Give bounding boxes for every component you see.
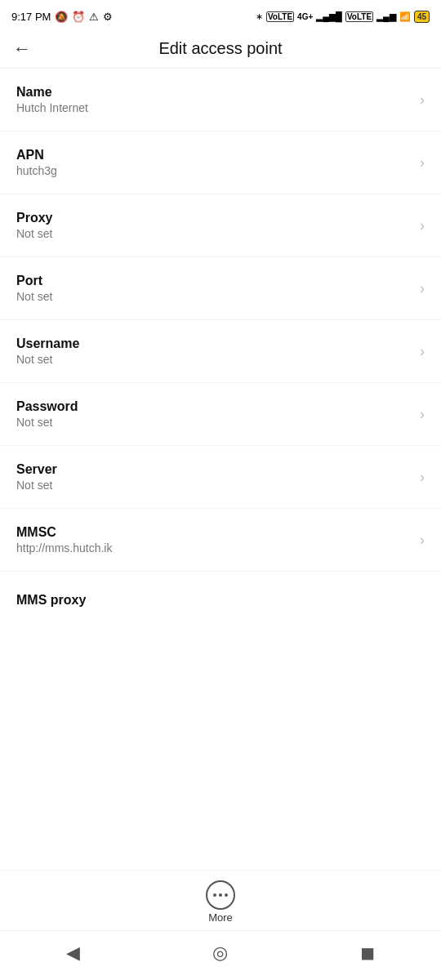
item-content-3: PortNot set (16, 274, 52, 303)
dot2 (219, 893, 222, 897)
alarm-icon: ⏰ (72, 11, 85, 23)
item-label-3: Port (16, 274, 52, 288)
nav-back-button[interactable]: ◀ (50, 939, 96, 967)
item-label-0: Name (16, 85, 88, 100)
more-section[interactable]: More (0, 870, 441, 930)
item-label-2: Proxy (16, 211, 52, 225)
item-content-6: ServerNot set (16, 462, 57, 492)
item-content-4: UsernameNot set (16, 336, 79, 366)
settings-list: NameHutch Internet›APNhutch3g›ProxyNot s… (0, 69, 441, 870)
battery-icon: 45 (414, 11, 430, 23)
item-label-1: APN (16, 148, 57, 163)
item-label-5: Password (16, 399, 78, 414)
settings-item-mmsc[interactable]: MMSChttp://mms.hutch.ik› (0, 509, 441, 572)
item-label-4: Username (16, 336, 79, 351)
item-content-8: MMS proxy (16, 593, 86, 609)
more-dots (213, 893, 228, 897)
item-value-3: Not set (16, 290, 52, 303)
wifi-icon: 📶 (399, 11, 411, 22)
signal2-icon: ▂▄▆ (376, 11, 396, 22)
item-value-7: http://mms.hutch.ik (16, 541, 112, 555)
more-label: More (208, 911, 233, 924)
chevron-icon-0: › (420, 91, 425, 109)
status-bar: 9:17 PM 🔕 ⏰ ⚠ ⚙ ∗ VoLTE 4G+ ▂▄▆█ VoLTE ▂… (0, 0, 441, 29)
settings-item-mms-proxy[interactable]: MMS proxy (0, 572, 441, 621)
chevron-icon-4: › (420, 343, 425, 360)
item-label-6: Server (16, 462, 57, 477)
nav-bar: ◀ ◎ ◼ (0, 930, 441, 980)
settings-item-apn[interactable]: APNhutch3g› (0, 131, 441, 194)
item-value-0: Hutch Internet (16, 101, 88, 114)
dot3 (225, 893, 228, 897)
settings-item-proxy[interactable]: ProxyNot set› (0, 194, 441, 257)
chevron-icon-1: › (420, 154, 425, 172)
nav-recent-button[interactable]: ◼ (344, 939, 391, 967)
status-left: 9:17 PM 🔕 ⏰ ⚠ ⚙ (11, 11, 113, 23)
item-value-6: Not set (16, 479, 57, 492)
item-label-8: MMS proxy (16, 593, 86, 608)
chevron-icon-5: › (420, 406, 425, 423)
dot1 (213, 893, 216, 897)
volte-icon: VoLTE (266, 11, 294, 22)
warning-icon: ⚠ (89, 11, 99, 23)
status-right: ∗ VoLTE 4G+ ▂▄▆█ VoLTE ▂▄▆ 📶 45 (256, 11, 430, 23)
chevron-icon-3: › (420, 280, 425, 297)
volte2-icon: VoLTE (345, 11, 373, 22)
alarm-off-icon: 🔕 (55, 11, 68, 23)
4g-plus-icon: 4G+ (297, 12, 313, 21)
chevron-icon-6: › (420, 469, 425, 486)
item-content-0: NameHutch Internet (16, 85, 88, 114)
top-bar: ← Edit access point (0, 29, 441, 69)
nav-home-button[interactable]: ◎ (196, 939, 244, 967)
item-content-1: APNhutch3g (16, 148, 57, 177)
settings-item-port[interactable]: PortNot set› (0, 257, 441, 320)
settings-item-password[interactable]: PasswordNot set› (0, 383, 441, 446)
chevron-icon-7: › (420, 532, 425, 549)
item-value-5: Not set (16, 416, 78, 429)
page-title: Edit access point (44, 39, 397, 58)
settings-icon: ⚙ (103, 11, 113, 23)
more-icon[interactable] (206, 880, 235, 910)
item-value-4: Not set (16, 353, 79, 366)
item-value-1: hutch3g (16, 164, 57, 177)
item-content-7: MMSChttp://mms.hutch.ik (16, 525, 112, 555)
chevron-icon-2: › (420, 217, 425, 234)
settings-item-server[interactable]: ServerNot set› (0, 446, 441, 509)
settings-item-username[interactable]: UsernameNot set› (0, 320, 441, 383)
signal1-icon: ▂▄▆█ (316, 11, 342, 22)
item-content-2: ProxyNot set (16, 211, 52, 240)
bluetooth-icon: ∗ (256, 11, 263, 22)
time-display: 9:17 PM (11, 11, 51, 23)
item-value-2: Not set (16, 227, 52, 240)
settings-item-name[interactable]: NameHutch Internet› (0, 69, 441, 131)
item-label-7: MMSC (16, 525, 112, 540)
back-button[interactable]: ← (13, 40, 44, 58)
item-content-5: PasswordNot set (16, 399, 78, 429)
